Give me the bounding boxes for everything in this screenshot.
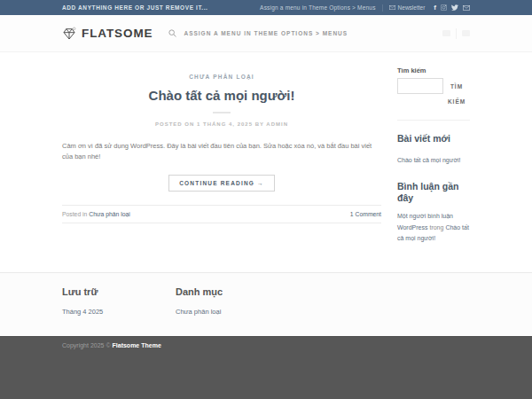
envelope-icon [389,5,395,10]
title-divider [213,112,231,113]
search-widget-label: Tìm kiếm [397,66,470,74]
recent-comments-title: Bình luận gần đây [397,181,470,205]
main-content: CHƯA PHÂN LOẠI Chào tất cả mọi người! PO… [0,52,532,272]
cart-divider [456,28,457,39]
topbar-divider [382,4,383,12]
post-footer-bar: Posted in Chưa phân loại 1 Comment [62,205,381,223]
logo-text: FLATSOME [82,27,153,40]
post-category-link[interactable]: CHƯA PHÂN LOẠI [189,74,254,80]
comment-connector: trong [429,224,443,231]
copyright-line: Copyright 2025 © Flatsome Theme [62,342,470,348]
newsletter-label: Newsletter [398,4,426,11]
cart-total-placeholder [442,30,450,36]
recent-post-link[interactable]: Chào tất cả mọi người! [397,157,461,163]
category-footer-link[interactable]: Chưa phân loại [176,308,221,316]
comments-link[interactable]: 1 Comment [350,211,381,217]
search-icon [168,29,176,37]
recent-comment-item: Một người bình luận WordPress trong Chào… [397,211,470,245]
instagram-icon[interactable] [441,4,447,11]
site-logo[interactable]: FLATSOME [62,27,153,41]
twitter-icon[interactable] [451,4,458,11]
post-meta: POSTED ON 1 THÁNG 4, 2025 BY ADMIN [62,121,381,127]
sidebar-divider [397,120,470,121]
sidebar: Tìm kiếm TÌM KIẾM Bài viết mới Chào tất … [397,66,470,245]
categories-title: Danh mục [176,286,289,297]
menu-prompt-label: ASSIGN A MENU IN THEME OPTIONS > MENUS [184,30,348,36]
footer-widgets: Lưu trữ Tháng 4 2025 Danh mục Chưa phân … [0,272,532,336]
posted-in-prefix: Posted in [62,211,87,217]
cart-icon [462,30,470,36]
sidebar-search-input[interactable] [397,78,443,94]
recent-posts-title: Bài viết mới [397,133,470,145]
continue-reading-button[interactable]: CONTINUE READING → [168,175,275,192]
post-excerpt: Cảm ơn vì đã sử dụng WordPress. Đây là b… [62,141,381,163]
topbar-menu-link[interactable]: Assign a menu in Theme Options > Menus [260,4,376,11]
top-bar: ADD ANYTHING HERE OR JUST REMOVE IT... A… [0,0,532,15]
flatsome-gem-icon [62,27,76,41]
email-icon[interactable] [463,5,470,11]
cart-area[interactable] [442,28,470,39]
site-header: FLATSOME ASSIGN A MENU IN THEME OPTIONS … [0,15,532,52]
copyright-brand-link[interactable]: Flatsome Theme [113,342,161,348]
archive-link[interactable]: Tháng 4 2025 [62,308,103,316]
archives-title: Lưu trữ [62,286,176,297]
facebook-icon[interactable]: f [434,4,436,12]
topbar-message: ADD ANYTHING HERE OR JUST REMOVE IT... [62,4,208,11]
blog-post-column: CHƯA PHÂN LOẠI Chào tất cả mọi người! PO… [62,66,381,245]
footer-categories-widget: Danh mục Chưa phân loại [176,286,289,317]
header-menu-prompt[interactable]: ASSIGN A MENU IN THEME OPTIONS > MENUS [168,29,348,37]
newsletter-link[interactable]: Newsletter [389,4,426,11]
absolute-footer: Copyright 2025 © Flatsome Theme [0,336,532,399]
post-title: Chào tất cả mọi người! [62,88,381,104]
sidebar-search-button[interactable]: TÌM KIẾM [443,78,470,110]
footer-archives-widget: Lưu trữ Tháng 4 2025 [62,286,176,317]
posted-in: Posted in Chưa phân loại [62,211,130,217]
posted-in-category-link[interactable]: Chưa phân loại [89,211,130,217]
copyright-prefix: Copyright 2025 © [62,342,111,348]
